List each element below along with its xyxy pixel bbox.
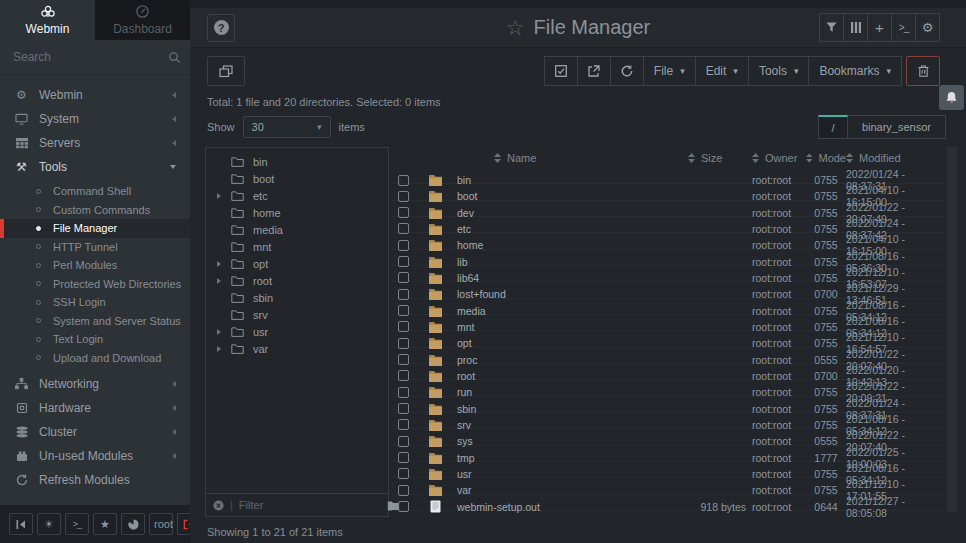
tools-submenu-item[interactable]: Text Login	[0, 330, 190, 349]
sidebar-item-cluster[interactable]: Cluster	[0, 420, 190, 444]
tree-item[interactable]: root	[206, 272, 388, 289]
file-name[interactable]: proc	[452, 354, 688, 366]
table-row[interactable]: tmp root:root 1777 2022/01/25 - 10:00:03	[392, 446, 945, 462]
row-checkbox[interactable]	[398, 175, 409, 186]
row-checkbox[interactable]	[398, 468, 409, 479]
paste-buffer-button[interactable]	[207, 56, 245, 86]
breadcrumb-root[interactable]: /	[818, 115, 848, 139]
table-row[interactable]: home root:root 0755 2021/04/10 - 16:15:0…	[392, 233, 945, 249]
expander-icon[interactable]	[217, 261, 231, 267]
row-checkbox[interactable]	[398, 207, 409, 218]
row-checkbox[interactable]	[398, 403, 409, 414]
tools-submenu-item[interactable]: Command Shell	[0, 182, 190, 201]
tab-webmin[interactable]: Webmin	[0, 0, 95, 40]
expander-icon[interactable]	[217, 329, 231, 335]
file-name[interactable]: lib64	[452, 272, 688, 284]
stats-button[interactable]	[121, 513, 145, 535]
collapse-sidebar-button[interactable]	[9, 513, 33, 535]
table-row[interactable]: sys root:root 0555 2022/01/22 - 20:07:40	[392, 429, 945, 445]
columns-button[interactable]	[843, 13, 868, 42]
row-checkbox[interactable]	[398, 501, 409, 512]
row-checkbox[interactable]	[398, 223, 409, 234]
file-name[interactable]: lost+found	[452, 288, 688, 300]
notifications-button[interactable]	[939, 85, 964, 110]
file-name[interactable]: lib	[452, 256, 688, 268]
tree-filter-input[interactable]	[239, 499, 381, 511]
settings-button[interactable]: ⚙	[915, 13, 940, 42]
edit-menu-button[interactable]: Edit▾	[695, 56, 749, 86]
tools-submenu-item[interactable]: HTTP Tunnel	[0, 238, 190, 257]
theme-button[interactable]: ☀	[37, 513, 61, 535]
table-row[interactable]: etc root:root 0755 2022/01/24 - 08:37:42	[392, 217, 945, 233]
column-header-mode[interactable]: Mode	[806, 152, 846, 164]
file-name[interactable]: webmin-setup.out	[452, 501, 688, 513]
sidebar-item-refresh-modules[interactable]: Refresh Modules	[0, 468, 190, 492]
table-row[interactable]: srv root:root 0755 2021/08/16 - 05:34:12	[392, 413, 945, 429]
column-header-owner[interactable]: Owner	[752, 152, 806, 164]
file-menu-button[interactable]: File▾	[643, 56, 696, 86]
file-name[interactable]: root	[452, 370, 688, 382]
refresh-button[interactable]	[610, 56, 644, 86]
file-name[interactable]: bin	[452, 174, 688, 186]
table-row[interactable]: dev root:root 0755 2022/01/22 - 20:07:49	[392, 201, 945, 217]
tree-item[interactable]: bin	[206, 153, 388, 170]
table-row[interactable]: proc root:root 0555 2022/01/22 - 20:07:4…	[392, 348, 945, 364]
trash-button[interactable]	[906, 56, 940, 86]
sidebar-item-webmin[interactable]: ⚙ Webmin	[0, 83, 190, 107]
table-row[interactable]: lib64 root:root 0755 2021/12/10 - 16:53:…	[392, 266, 945, 282]
file-name[interactable]: etc	[452, 223, 688, 235]
sidebar-item-networking[interactable]: Networking	[0, 372, 190, 396]
file-name[interactable]: dev	[452, 207, 688, 219]
expander-icon[interactable]	[217, 193, 231, 199]
tools-submenu-item[interactable]: System and Server Status	[0, 312, 190, 331]
file-name[interactable]: srv	[452, 419, 688, 431]
row-checkbox[interactable]	[398, 485, 409, 496]
column-header-size[interactable]: Size	[688, 152, 752, 164]
tab-dashboard[interactable]: Dashboard	[95, 0, 190, 40]
file-name[interactable]: opt	[452, 337, 688, 349]
table-row[interactable]: opt root:root 0755 2021/12/10 - 16:54:57	[392, 331, 945, 347]
row-checkbox[interactable]	[398, 436, 409, 447]
select-all-button[interactable]	[544, 56, 578, 86]
search-input[interactable]	[13, 50, 168, 64]
tools-submenu-item[interactable]: Upload and Download	[0, 349, 190, 368]
table-scrollbar[interactable]	[947, 147, 957, 512]
breadcrumb-current[interactable]: binary_sensor	[848, 115, 946, 139]
row-checkbox[interactable]	[398, 354, 409, 365]
table-row[interactable]: run root:root 0755 2022/01/22 - 20:09:21	[392, 380, 945, 396]
tree-item[interactable]: var	[206, 340, 388, 357]
tools-submenu-item[interactable]: Protected Web Directories	[0, 275, 190, 294]
column-header-name[interactable]: Name	[452, 152, 688, 164]
help-button[interactable]: ?	[207, 14, 235, 42]
column-header-modified[interactable]: Modified	[846, 152, 945, 164]
table-row[interactable]: sbin root:root 0755 2022/01/24 - 08:37:3…	[392, 397, 945, 413]
table-row[interactable]: lib root:root 0755 2021/08/16 - 05:36:30	[392, 250, 945, 266]
tree-item[interactable]: home	[206, 204, 388, 221]
page-size-select[interactable]: 30 ▾	[243, 116, 331, 138]
favorite-star-icon[interactable]: ☆	[506, 17, 525, 38]
file-name[interactable]: run	[452, 386, 688, 398]
tree-item[interactable]: usr	[206, 323, 388, 340]
sidebar-item-servers[interactable]: Servers	[0, 131, 190, 155]
file-name[interactable]: sys	[452, 435, 688, 447]
terminal-button[interactable]: >_	[65, 513, 89, 535]
table-row[interactable]: bin root:root 0755 2022/01/24 - 08:37:31	[392, 168, 945, 184]
tree-item[interactable]: mnt	[206, 238, 388, 255]
tree-item[interactable]: srv	[206, 306, 388, 323]
sidebar-item-unused-modules[interactable]: Un-used Modules	[0, 444, 190, 468]
clear-filter-icon[interactable]	[213, 500, 224, 511]
row-checkbox[interactable]	[398, 305, 409, 316]
tools-menu-button[interactable]: Tools▾	[748, 56, 810, 86]
tree-item[interactable]: opt	[206, 255, 388, 272]
file-name[interactable]: boot	[452, 190, 688, 202]
sidebar-item-tools[interactable]: ⚒ Tools	[0, 155, 190, 179]
tree-item[interactable]: media	[206, 221, 388, 238]
expander-icon[interactable]	[217, 278, 231, 284]
table-row[interactable]: var root:root 0755 2021/12/10 - 17:01:55	[392, 478, 945, 494]
tree-item[interactable]: etc	[206, 187, 388, 204]
table-row[interactable]: root root:root 0700 2022/01/20 - 10:42:1…	[392, 364, 945, 380]
tree-item[interactable]: boot	[206, 170, 388, 187]
row-checkbox[interactable]	[398, 289, 409, 300]
row-checkbox[interactable]	[398, 321, 409, 332]
table-row[interactable]: boot root:root 0755 2021/04/10 - 16:15:0…	[392, 184, 945, 200]
